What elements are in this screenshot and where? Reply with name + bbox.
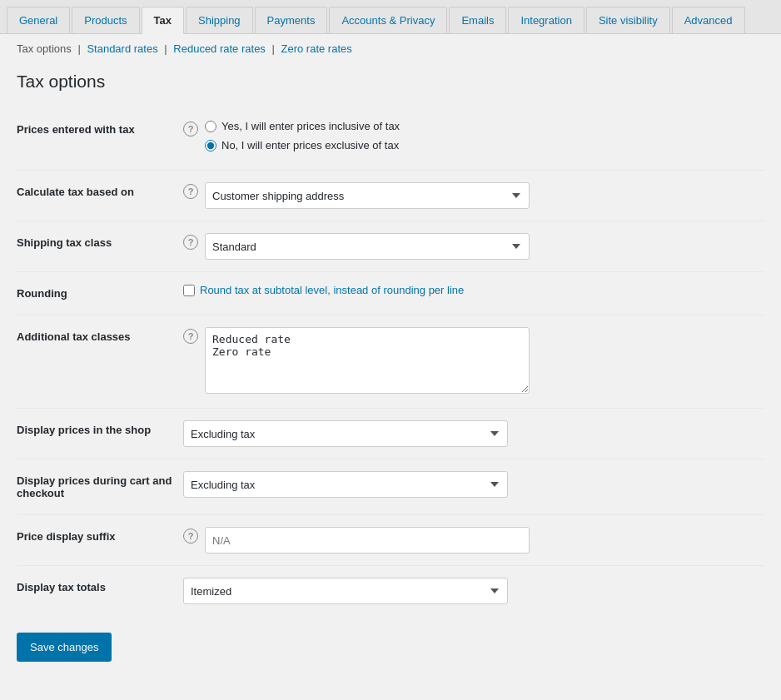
prices-with-tax-help-icon[interactable]: ? bbox=[183, 122, 198, 137]
main-content: Tax options Prices entered with tax ? bbox=[0, 63, 781, 687]
sub-navigation: Tax options | Standard rates | Reduced r… bbox=[0, 34, 781, 63]
row-display-prices-cart: Display prices during cart and checkout … bbox=[17, 459, 764, 515]
display-prices-cart-field: Including tax Excluding tax bbox=[183, 471, 764, 498]
shipping-tax-class-label: Shipping tax class bbox=[17, 236, 112, 249]
row-prices-with-tax: Prices entered with tax ? Yes, I will en… bbox=[17, 108, 764, 171]
display-prices-shop-select[interactable]: Including tax Excluding tax bbox=[183, 420, 508, 447]
tab-emails[interactable]: Emails bbox=[449, 7, 506, 33]
shipping-tax-class-select[interactable]: Standard Reduced rate Zero rate bbox=[205, 233, 530, 260]
tab-general[interactable]: General bbox=[7, 7, 70, 33]
subnav-separator-2: | bbox=[164, 42, 170, 55]
row-display-prices-shop: Display prices in the shop Including tax… bbox=[17, 409, 764, 459]
display-prices-cart-label: Display prices during cart and checkout bbox=[17, 474, 172, 499]
price-display-suffix-input[interactable] bbox=[205, 527, 530, 554]
price-display-suffix-input-wrap bbox=[205, 527, 764, 554]
row-price-display-suffix: Price display suffix ? bbox=[17, 515, 764, 566]
radio-inclusive-input[interactable] bbox=[205, 121, 216, 132]
additional-tax-classes-textarea[interactable]: Reduced rate Zero rate bbox=[205, 327, 530, 394]
rounding-checkbox[interactable] bbox=[183, 285, 195, 296]
calculate-tax-select-wrap: Customer shipping address Customer billi… bbox=[205, 182, 764, 209]
page-title: Tax options bbox=[17, 72, 764, 92]
save-button[interactable]: Save changes bbox=[17, 633, 112, 662]
additional-tax-classes-label: Additional tax classes bbox=[17, 330, 131, 343]
row-additional-tax-classes: Additional tax classes ? Reduced rate Ze… bbox=[17, 315, 764, 409]
subnav-separator-3: | bbox=[272, 42, 278, 55]
tab-tax[interactable]: Tax bbox=[142, 7, 184, 34]
display-prices-shop-select-wrap: Including tax Excluding tax bbox=[183, 420, 764, 447]
row-rounding: Rounding Round tax at subtotal level, in… bbox=[17, 272, 764, 315]
rounding-label: Rounding bbox=[17, 287, 67, 300]
display-prices-cart-select[interactable]: Including tax Excluding tax bbox=[183, 471, 508, 498]
calculate-tax-select[interactable]: Customer shipping address Customer billi… bbox=[205, 182, 530, 209]
rounding-checkbox-wrap: Round tax at subtotal level, instead of … bbox=[183, 284, 764, 296]
additional-tax-classes-textarea-wrap: Reduced rate Zero rate bbox=[205, 327, 764, 396]
shipping-tax-class-help-icon[interactable]: ? bbox=[183, 235, 198, 250]
radio-exclusive: No, I will enter prices exclusive of tax bbox=[205, 139, 764, 151]
display-tax-totals-field: Itemized As a single total bbox=[183, 578, 764, 604]
tab-shipping[interactable]: Shipping bbox=[186, 7, 253, 33]
additional-tax-classes-field: ? Reduced rate Zero rate bbox=[183, 327, 764, 396]
row-display-tax-totals: Display tax totals Itemized As a single … bbox=[17, 566, 764, 617]
tab-integration[interactable]: Integration bbox=[508, 7, 584, 33]
rounding-field: Round tax at subtotal level, instead of … bbox=[183, 284, 764, 296]
radio-exclusive-label: No, I will enter prices exclusive of tax bbox=[221, 139, 399, 151]
price-display-suffix-field: ? bbox=[183, 527, 764, 554]
nav-tabs: General Products Tax Shipping Payments A… bbox=[0, 0, 781, 34]
price-display-suffix-label: Price display suffix bbox=[17, 530, 116, 543]
prices-with-tax-field: ? Yes, I will enter prices inclusive of … bbox=[183, 120, 764, 158]
row-shipping-tax-class: Shipping tax class ? Standard Reduced ra… bbox=[17, 221, 764, 272]
display-prices-shop-label: Display prices in the shop bbox=[17, 424, 151, 436]
shipping-tax-class-select-wrap: Standard Reduced rate Zero rate bbox=[205, 233, 764, 260]
tab-products[interactable]: Products bbox=[72, 7, 139, 33]
display-prices-shop-field: Including tax Excluding tax bbox=[183, 420, 764, 447]
calculate-tax-field: ? Customer shipping address Customer bil… bbox=[183, 182, 764, 209]
row-calculate-tax: Calculate tax based on ? Customer shippi… bbox=[17, 171, 764, 221]
tab-site-visibility[interactable]: Site visibility bbox=[586, 7, 670, 33]
radio-exclusive-input[interactable] bbox=[205, 140, 216, 151]
prices-with-tax-options: Yes, I will enter prices inclusive of ta… bbox=[205, 120, 764, 158]
additional-tax-classes-help-icon[interactable]: ? bbox=[183, 329, 198, 344]
settings-table: Prices entered with tax ? Yes, I will en… bbox=[17, 108, 764, 616]
page-wrapper: General Products Tax Shipping Payments A… bbox=[0, 0, 781, 700]
prices-with-tax-label: Prices entered with tax bbox=[17, 123, 135, 136]
display-tax-totals-label: Display tax totals bbox=[17, 581, 106, 593]
radio-inclusive-label: Yes, I will enter prices inclusive of ta… bbox=[221, 120, 400, 132]
calculate-tax-help-icon[interactable]: ? bbox=[183, 184, 198, 199]
price-display-suffix-help-icon[interactable]: ? bbox=[183, 529, 198, 544]
subnav-current-label: Tax options bbox=[17, 42, 72, 55]
subnav-standard-rates[interactable]: Standard rates bbox=[87, 42, 157, 55]
calculate-tax-label: Calculate tax based on bbox=[17, 186, 134, 198]
subnav-reduced-rates[interactable]: Reduced rate rates bbox=[173, 42, 266, 55]
rounding-checkbox-label: Round tax at subtotal level, instead of … bbox=[200, 284, 464, 296]
subnav-zero-rates[interactable]: Zero rate rates bbox=[281, 42, 352, 55]
shipping-tax-class-field: ? Standard Reduced rate Zero rate bbox=[183, 233, 764, 260]
display-tax-totals-select[interactable]: Itemized As a single total bbox=[183, 578, 508, 604]
display-prices-cart-select-wrap: Including tax Excluding tax bbox=[183, 471, 764, 498]
subnav-separator-1: | bbox=[77, 42, 83, 55]
tab-advanced[interactable]: Advanced bbox=[672, 7, 745, 33]
display-tax-totals-select-wrap: Itemized As a single total bbox=[183, 578, 764, 604]
rounding-checkbox-row: Round tax at subtotal level, instead of … bbox=[183, 284, 764, 296]
radio-inclusive: Yes, I will enter prices inclusive of ta… bbox=[205, 120, 764, 132]
tab-payments[interactable]: Payments bbox=[255, 7, 328, 33]
tab-accounts-privacy[interactable]: Accounts & Privacy bbox=[329, 7, 447, 33]
